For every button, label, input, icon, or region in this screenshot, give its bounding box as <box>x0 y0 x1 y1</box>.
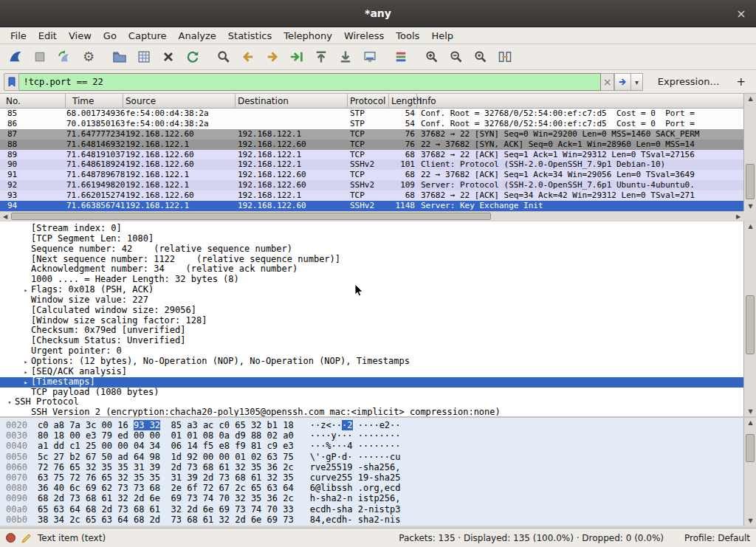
packet-row-selected[interactable]: 9471.663856741192.168.122.1192.168.122.6… <box>0 201 743 211</box>
zoom-in-button[interactable] <box>421 47 443 67</box>
menu-analyze[interactable]: Analyze <box>173 28 222 44</box>
packet-row[interactable]: 8670.013850163fe:54:00:d4:38:2aSTP54Conf… <box>0 119 743 129</box>
scroll-down-arrow[interactable]: ▼ <box>744 516 756 526</box>
detail-row[interactable]: Urgent pointer: 0 <box>0 346 743 357</box>
expander-collapsed-icon[interactable]: ▸ <box>21 378 31 388</box>
scroll-down-arrow[interactable]: ▼ <box>744 202 756 211</box>
detail-row[interactable]: TCP payload (1080 bytes) <box>0 388 743 398</box>
detail-row[interactable]: ▸Options: (12 bytes), No-Operation (NOP)… <box>0 357 743 367</box>
packet-list-hscrollbar[interactable]: ◀ ▶ <box>0 211 743 221</box>
menu-view[interactable]: View <box>63 28 97 44</box>
filter-apply-button[interactable] <box>614 73 631 91</box>
hex-row[interactable]: 00a065 63 64 68 2d 73 68 61 32 2d 6e 69 … <box>6 504 743 515</box>
go-last-packet-button[interactable] <box>334 47 357 67</box>
scroll-left-arrow[interactable]: ◀ <box>0 212 10 221</box>
hex-row[interactable]: 00505c 27 b2 67 50 ad 64 98 1d 92 00 00 … <box>6 452 743 462</box>
menu-file[interactable]: File <box>4 28 32 44</box>
menu-help[interactable]: Help <box>425 28 459 44</box>
detail-row[interactable]: 1000 .... = Header Length: 32 bytes (8) <box>0 275 743 285</box>
restart-capture-button[interactable] <box>53 47 75 67</box>
column-no[interactable]: No. <box>6 96 21 106</box>
profile-selector[interactable]: Profile: Default <box>684 533 750 543</box>
stop-capture-button[interactable] <box>29 47 51 67</box>
colorize-button[interactable] <box>390 47 412 67</box>
detail-row[interactable]: [Next sequence number: 1122 (relative se… <box>0 255 743 265</box>
detail-row[interactable]: [Calculated window size: 29056] <box>0 306 743 316</box>
packet-row[interactable]: 9271.661949820192.168.122.1192.168.122.6… <box>0 180 743 190</box>
detail-row[interactable]: [TCP Segment Len: 1080] <box>0 234 743 244</box>
detail-vscrollbar[interactable]: ▲ ▼ <box>743 221 756 416</box>
packet-row[interactable]: 9371.662015274192.168.122.60192.168.122.… <box>0 190 743 201</box>
menu-tools[interactable]: Tools <box>390 28 425 44</box>
menu-go[interactable]: Go <box>97 28 123 44</box>
scroll-down-arrow[interactable]: ▼ <box>744 407 756 416</box>
column-length[interactable]: Length <box>391 96 422 106</box>
open-file-button[interactable] <box>109 47 131 67</box>
hex-row[interactable]: 0020c0 a8 7a 3c 00 16 93 32 85 a3 ac c0 … <box>6 420 743 430</box>
packet-row[interactable]: 9171.648789678192.168.122.1192.168.122.6… <box>0 170 743 180</box>
scroll-thumb[interactable] <box>746 164 755 199</box>
scroll-thumb[interactable] <box>11 213 491 220</box>
detail-row[interactable]: [Stream index: 0] <box>0 224 743 234</box>
go-first-packet-button[interactable] <box>310 47 332 67</box>
hex-row[interactable]: 00b038 34 2c 65 63 64 68 2d 73 68 61 32 … <box>6 515 743 525</box>
hex-row[interactable]: 003080 18 00 e3 79 ed 00 00 01 01 08 0a … <box>6 430 743 441</box>
filter-dropdown-button[interactable]: ▾ <box>631 73 643 91</box>
packet-row[interactable]: 8971.648191037192.168.122.60192.168.122.… <box>0 150 743 160</box>
detail-row[interactable]: Acknowledgment number: 34 (relative ack … <box>0 264 743 275</box>
scroll-up-arrow[interactable]: ▲ <box>744 418 756 427</box>
packet-row[interactable]: 9071.648618924192.168.122.60192.168.122.… <box>0 159 743 170</box>
column-time[interactable]: Time <box>72 96 94 106</box>
start-capture-button[interactable] <box>4 47 27 67</box>
scroll-thumb[interactable] <box>746 434 755 462</box>
expander-collapsed-icon[interactable]: ▸ <box>21 286 31 296</box>
reload-button[interactable] <box>182 47 204 67</box>
column-info[interactable]: Info <box>419 96 436 106</box>
detail-row[interactable]: ▾SSH Protocol <box>0 397 743 407</box>
close-file-button[interactable] <box>157 47 179 67</box>
close-window-button[interactable]: × <box>734 7 749 21</box>
packet-row[interactable]: 8871.648146932192.168.122.1192.168.122.6… <box>0 140 743 150</box>
column-protocol[interactable]: Protocol <box>350 96 385 106</box>
menu-telephony[interactable]: Telephony <box>278 28 338 44</box>
resize-columns-button[interactable] <box>494 47 516 67</box>
hex-row[interactable]: 006072 76 65 32 35 35 31 39 2d 73 68 61 … <box>6 462 743 472</box>
hex-row[interactable]: 0040a1 dd c1 25 00 00 04 34 06 14 f5 e8 … <box>6 441 743 451</box>
packet-row[interactable]: 8568.001734936fe:54:00:d4:38:2aSTP54Conf… <box>0 109 743 119</box>
scroll-up-arrow[interactable]: ▲ <box>744 221 756 231</box>
column-source[interactable]: Source <box>126 96 156 106</box>
add-filter-button[interactable]: + <box>729 74 752 90</box>
hex-row[interactable]: 007063 75 72 76 65 32 35 35 31 39 2d 73 … <box>6 472 743 483</box>
menu-wireless[interactable]: Wireless <box>338 28 390 44</box>
capture-options-button[interactable]: ⚙ <box>78 47 100 67</box>
detail-row[interactable]: SSH Version 2 (encryption:chacha20-poly1… <box>0 407 743 416</box>
packet-row[interactable]: 8771.647777234192.168.122.60192.168.122.… <box>0 129 743 140</box>
detail-row[interactable]: [Window size scaling factor: 128] <box>0 316 743 326</box>
find-packet-button[interactable] <box>213 47 235 67</box>
detail-row[interactable]: Sequence number: 42 (relative sequence n… <box>0 244 743 255</box>
expression-button[interactable]: Expression… <box>652 73 726 90</box>
detail-row[interactable]: ▸Flags: 0x018 (PSH, ACK) <box>0 285 743 295</box>
expander-collapsed-icon[interactable]: ▸ <box>21 357 31 368</box>
go-forward-button[interactable] <box>261 47 284 67</box>
expander-expanded-icon[interactable]: ▾ <box>4 398 15 408</box>
expert-info-icon[interactable] <box>6 533 16 543</box>
hex-row[interactable]: 008036 40 6c 69 62 73 73 68 2e 6f 72 67 … <box>6 483 743 493</box>
go-back-button[interactable] <box>237 47 259 67</box>
save-file-button[interactable] <box>133 47 155 67</box>
detail-row[interactable]: [Checksum Status: Unverified] <box>0 336 743 346</box>
scroll-right-arrow[interactable]: ▶ <box>733 212 743 221</box>
menu-edit[interactable]: Edit <box>32 28 63 44</box>
bytes-vscrollbar[interactable]: ▲ ▼ <box>743 418 756 526</box>
auto-scroll-button[interactable] <box>359 47 381 67</box>
filter-clear-button[interactable]: × <box>601 73 614 91</box>
detail-row[interactable]: ▸[SEQ/ACK analysis] <box>0 367 743 377</box>
detail-row[interactable]: Checksum: 0x79ed [unverified] <box>0 326 743 336</box>
pencil-icon[interactable] <box>21 532 32 544</box>
scroll-thumb[interactable] <box>746 295 755 354</box>
expander-collapsed-icon[interactable]: ▸ <box>21 368 31 378</box>
filter-bookmark-button[interactable] <box>4 73 19 91</box>
detail-row[interactable]: Window size value: 227 <box>0 295 743 306</box>
hex-row[interactable]: 009068 2d 73 68 61 32 2d 6e 69 73 74 70 … <box>6 493 743 503</box>
scroll-up-arrow[interactable]: ▲ <box>744 94 756 103</box>
